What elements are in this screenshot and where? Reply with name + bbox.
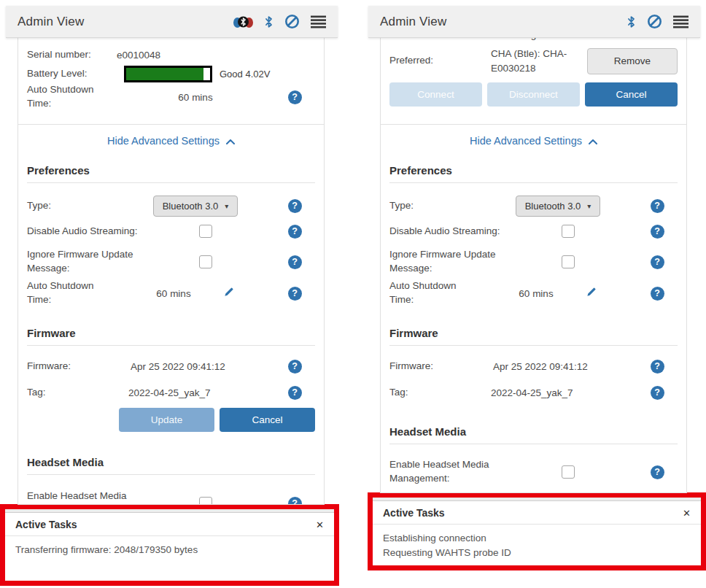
enable-headset-media-row: Enable Headset Media Management: ? <box>18 489 324 505</box>
cancel-button[interactable]: Cancel <box>220 408 315 432</box>
firmware-buttons-row: Update Cancel <box>18 408 324 432</box>
app-bar: Admin View <box>368 6 700 38</box>
block-icon[interactable] <box>284 14 300 29</box>
help-icon[interactable]: ? <box>288 199 302 213</box>
help-icon[interactable]: ? <box>288 225 302 239</box>
preferred-value: CHA (Btle): CHA-E0030218 <box>491 47 587 75</box>
firmware-label: Firmware: <box>27 360 117 374</box>
disable-audio-checkbox[interactable] <box>199 225 212 238</box>
divider <box>389 345 678 346</box>
help-icon[interactable]: ? <box>288 360 302 374</box>
help-icon[interactable]: ? <box>288 255 302 269</box>
tag-row: Tag: 2022-04-25_yak_7 ? <box>381 382 686 403</box>
divider <box>27 474 315 475</box>
edit-pencil-icon[interactable] <box>586 286 597 301</box>
battery-level-row: Battery Level: Good 4.02V <box>18 64 324 83</box>
help-icon[interactable]: ? <box>651 199 664 213</box>
firmware-row: Firmware: Apr 25 2022 09:41:12 ? <box>381 355 686 377</box>
disable-audio-label: Disable Audio Streaming: <box>389 225 535 239</box>
screen-right: Admin View <box>368 6 700 493</box>
page-title: Admin View <box>380 15 446 29</box>
remove-button[interactable]: Remove <box>587 48 678 74</box>
battery-status: Good 4.02V <box>220 69 270 80</box>
active-tasks-title: Active Tasks <box>383 507 445 519</box>
hide-advanced-settings-link[interactable]: Hide Advanced Settings <box>18 135 324 155</box>
help-icon[interactable]: ? <box>651 465 664 479</box>
pref-auto-shutdown-value: 60 mins <box>156 288 190 299</box>
type-dropdown[interactable]: Bluetooth 3.0 ▾ <box>153 196 238 217</box>
pref-auto-shutdown-row: Auto Shutdown Time: 60 mins ? <box>381 282 686 304</box>
enable-headset-media-checkbox[interactable] <box>562 465 575 479</box>
active-tasks-header: Active Tasks ✕ <box>5 513 334 536</box>
menu-icon[interactable] <box>673 15 688 28</box>
menu-icon[interactable] <box>311 15 326 28</box>
active-tasks-panel: Active Tasks ✕ Establishing connection R… <box>373 501 701 567</box>
cancel-button[interactable]: Cancel <box>585 82 678 107</box>
active-tasks-body: Establishing connection Requesting WAHTS… <box>373 525 701 567</box>
type-label: Type: <box>27 199 117 213</box>
firmware-value: Apr 25 2022 09:41:12 <box>493 361 588 372</box>
firmware-label: Firmware: <box>389 360 479 374</box>
close-icon[interactable]: ✕ <box>316 519 324 530</box>
edit-pencil-icon[interactable] <box>223 286 235 301</box>
ignore-firmware-checkbox[interactable] <box>199 255 212 268</box>
clipped-row-fragment: g <box>381 38 686 42</box>
active-tasks-header: Active Tasks ✕ <box>373 501 701 525</box>
hide-advanced-settings-link[interactable]: Hide Advanced Settings <box>381 135 686 155</box>
battery-level-label: Battery Level: <box>27 67 117 81</box>
ignore-firmware-label: Ignore Firmware Update Message: <box>389 248 506 276</box>
help-icon[interactable]: ? <box>651 225 664 239</box>
serial-number-row: Serial number: e0010048 <box>18 45 324 64</box>
help-icon[interactable]: ? <box>651 386 664 400</box>
help-icon[interactable]: ? <box>651 255 664 269</box>
active-tasks-panel: Active Tasks ✕ Transferring firmware: 20… <box>5 513 334 564</box>
ignore-firmware-label: Ignore Firmware Update Message: <box>27 248 144 276</box>
enable-headset-media-checkbox[interactable] <box>199 497 212 505</box>
divider <box>27 182 315 183</box>
type-row: Type: Bluetooth 3.0 ▾ ? <box>381 195 686 217</box>
help-icon[interactable]: ? <box>288 497 302 506</box>
help-icon[interactable]: ? <box>288 90 302 104</box>
ignore-firmware-checkbox[interactable] <box>562 255 575 268</box>
chevron-up-icon <box>226 139 235 144</box>
preferred-label: Preferred: <box>389 54 479 68</box>
firmware-row: Firmware: Apr 25 2022 09:41:12 ? <box>18 355 324 377</box>
auto-shutdown-row: Auto Shutdown Time: 60 mins ? <box>18 88 324 107</box>
connect-button[interactable]: Connect <box>389 82 482 107</box>
caret-down-icon: ▾ <box>225 202 228 210</box>
tag-row: Tag: 2022-04-25_yak_7 ? <box>18 382 324 403</box>
active-tasks-body: Transferring firmware: 2048/179350 bytes <box>5 536 334 564</box>
connection-buttons-row: Connect Disconnect Cancel <box>381 82 686 107</box>
auto-shutdown-label: Auto Shutdown Time: <box>27 83 117 111</box>
divider <box>389 182 678 183</box>
firmware-value: Apr 25 2022 09:41:12 <box>131 361 225 372</box>
annotation-box-right: Active Tasks ✕ Establishing connection R… <box>368 492 706 570</box>
help-icon[interactable]: ? <box>288 287 302 301</box>
bluetooth-icon[interactable] <box>264 15 274 28</box>
auto-shutdown-value: 60 mins <box>178 92 212 103</box>
type-dropdown[interactable]: Bluetooth 3.0 ▾ <box>516 196 601 217</box>
help-icon[interactable]: ? <box>651 360 664 374</box>
battery-fill <box>126 68 203 80</box>
update-button[interactable]: Update <box>119 408 214 432</box>
headset-bluetooth-status-icon[interactable] <box>233 14 253 30</box>
preferred-device-row: Preferred: CHA (Btle): CHA-E0030218 Remo… <box>381 47 686 75</box>
block-icon[interactable] <box>647 14 662 29</box>
headset-media-heading: Headset Media <box>18 456 324 468</box>
caret-down-icon: ▾ <box>587 202 591 210</box>
bluetooth-icon[interactable] <box>627 15 636 28</box>
task-line: Transferring firmware: 2048/179350 bytes <box>15 543 324 557</box>
app-bar: Admin View <box>6 6 338 38</box>
enable-headset-media-label: Enable Headset Media Management: <box>27 490 144 505</box>
divider <box>18 124 324 125</box>
disconnect-button[interactable]: Disconnect <box>487 82 580 107</box>
settings-card: Serial number: e0010048 Battery Level: G… <box>18 38 325 505</box>
help-icon[interactable]: ? <box>651 287 664 301</box>
disable-audio-checkbox[interactable] <box>562 225 575 238</box>
help-icon[interactable]: ? <box>288 386 302 400</box>
settings-card: g Preferred: CHA (Btle): CHA-E0030218 Re… <box>380 38 687 493</box>
enable-headset-media-row: Enable Headset Media Management: ? <box>381 457 686 487</box>
page-title: Admin View <box>18 15 84 29</box>
firmware-heading: Firmware <box>18 327 324 339</box>
close-icon[interactable]: ✕ <box>683 508 691 519</box>
